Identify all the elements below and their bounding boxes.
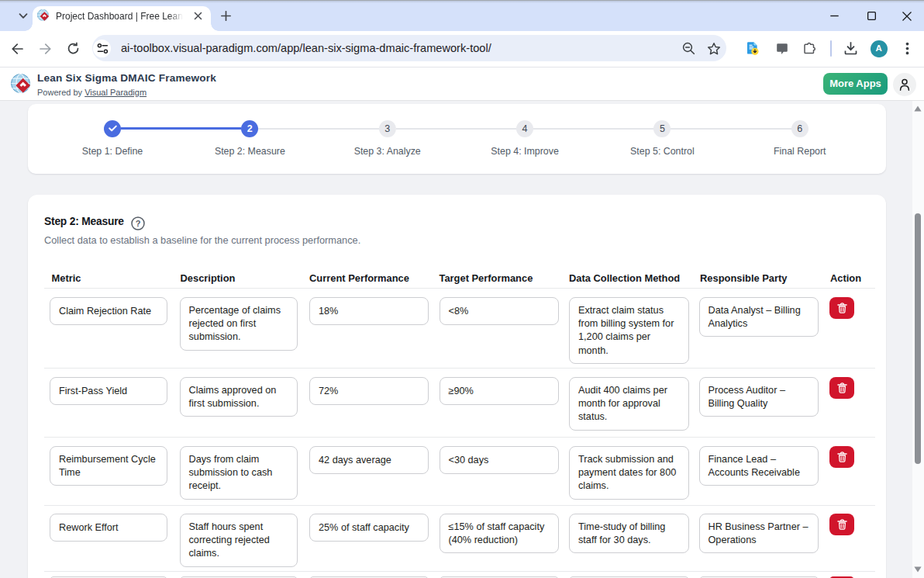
svg-text:?: ? <box>135 219 140 228</box>
